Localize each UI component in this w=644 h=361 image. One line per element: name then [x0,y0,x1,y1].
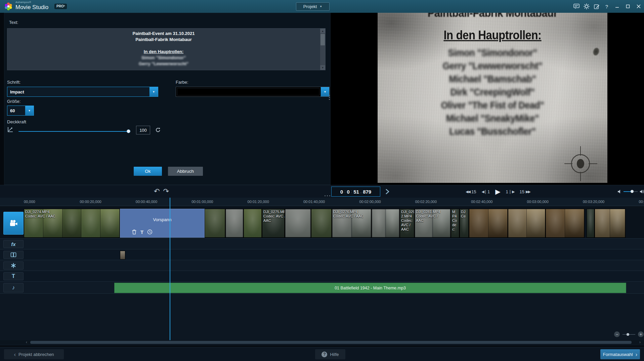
playhead[interactable] [170,198,170,340]
text-icon[interactable]: T [140,230,143,235]
track-header-audio[interactable]: ♪ [3,283,24,292]
vertical-splitter-handle[interactable] [328,95,331,100]
timecode-display[interactable]: 0:0:51,879 [331,187,380,197]
timeline-video-clip[interactable] [225,209,244,238]
color-dropdown[interactable]: ▼ [176,87,330,97]
timeline-video-clip[interactable] [285,209,311,238]
redo-button[interactable]: ↷ [163,187,169,195]
skip-back-1-button[interactable]: ◀| 1 [481,189,490,194]
project-menu-button[interactable]: Projekt ▼ [296,2,330,11]
skip-forward-15-button[interactable]: 15 ▶▶ [519,189,530,194]
trash-icon[interactable] [132,229,137,235]
skip-forward-1-label: 1 [506,189,508,194]
track-header-objects[interactable] [3,262,24,270]
timeline-video-clip[interactable]: DJI_0281.MP4 Codec: AVC / AAC [415,209,451,238]
scroll-left-icon[interactable]: ‹ [24,340,29,345]
minimize-button[interactable] [612,0,622,13]
volume-slider[interactable] [624,191,638,192]
chevron-down-icon: ▼ [28,109,31,112]
title-text-area[interactable]: Paintball-Event am 31.10.2021Paintball-F… [7,28,326,70]
timeline-scrollbar[interactable]: ‹ › [0,340,644,345]
timeline-video-clip[interactable] [595,209,626,238]
help-bar-button[interactable]: ? Hilfe [315,349,345,359]
scroll-up-icon[interactable]: ▴ [320,29,325,33]
zoom-slider[interactable] [622,334,635,335]
timeline-video-clip[interactable] [469,209,508,238]
timecode-value: 51 [353,189,359,195]
skip-back-15-label: 15 [471,189,476,194]
color-label: Farbe: [176,80,188,85]
opacity-slider-handle[interactable] [127,129,130,133]
timeline-video-clip[interactable]: DJI_0275.MP4 Codec: AVC / AAC [262,209,285,238]
zoom-slider-handle[interactable] [627,333,629,336]
zoom-out-button[interactable]: − [614,331,620,337]
frame-forward-icon: ▶ [512,190,514,194]
color-swatch [177,88,319,95]
timeline-video-clip[interactable] [205,209,225,238]
volume-slider-handle[interactable] [631,190,634,193]
clip-thumbnail [226,209,243,237]
reset-icon[interactable] [155,127,161,133]
timeline-title-clip[interactable]: VorspannT [120,209,205,238]
scroll-down-icon[interactable]: ▾ [320,65,325,70]
help-button[interactable]: ? [602,0,612,13]
timeline-video-clip[interactable] [508,209,546,238]
font-dropdown[interactable]: Impact ▼ [7,87,158,97]
settings-button[interactable] [582,0,592,13]
clip-label: DJI_0275.MP4 Codec: AVC / AAC [263,210,285,223]
track-header-video[interactable] [3,212,24,235]
close-button[interactable] [633,0,644,13]
brand-small-label: Ashampoo® [15,1,48,4]
edit-note-button[interactable] [592,0,602,13]
timeline-video-clip[interactable] [587,209,595,238]
clip-thumbnail [62,209,82,237]
textarea-line: In den Hauptrollen: [7,49,320,55]
chevron-down-icon: ▼ [153,90,155,93]
timeline-video-clip[interactable] [372,209,400,238]
skip-back-15-button[interactable]: ◀◀ 15 [466,189,476,194]
track-header-text[interactable]: T [3,272,24,280]
feedback-button[interactable] [571,0,582,13]
timeline-video-clip[interactable] [546,209,585,238]
horizontal-splitter-handle[interactable] [325,195,330,196]
play-button[interactable]: ▶ [495,188,500,196]
opacity-slider[interactable] [18,131,129,132]
undo-button[interactable]: ↶ [154,187,160,195]
size-dropdown-button[interactable]: ▼ [25,106,34,115]
scrollbar-thumb[interactable] [320,34,325,45]
timeline-video-clip[interactable] [311,209,332,238]
timeline-video-clip[interactable]: DJI_0274.MP4 Codec: AVC / AAC [24,209,120,238]
timeline-video-clip[interactable]: M P4 Co de c: [451,209,460,238]
maximize-icon [626,4,630,8]
clock-icon[interactable] [147,229,153,235]
timeline-video-clip[interactable]: DJ Ce [460,209,469,238]
help-icon: ? [605,4,608,9]
volume-control[interactable] [617,185,644,198]
clip-thumbnail [311,209,332,237]
track-header-transitions[interactable] [3,251,24,259]
audio-clip[interactable]: 01 Battlefield 1942 - Main Theme.mp3 [114,283,626,293]
cancel-button[interactable]: Abbruch [168,167,203,176]
maximize-button[interactable] [622,0,633,13]
textarea-scrollbar[interactable]: ▴ ▾ [320,29,325,70]
step-forward-button[interactable] [385,188,390,195]
timeline-video-clip[interactable] [244,209,262,238]
format-select-button[interactable]: Formatauswahl › [600,349,640,359]
skip-forward-1-button[interactable]: 1 |▶ [506,189,514,194]
clip-thumbnail [244,209,262,237]
zoom-in-button[interactable]: + [638,331,644,337]
ok-button[interactable]: Ok [134,167,162,176]
font-dropdown-button[interactable]: ▼ [149,87,158,96]
close-icon [637,4,641,8]
timeline-scrollbar-thumb[interactable] [30,341,632,344]
track-header-effects[interactable]: fx [3,240,24,248]
cancel-project-button[interactable]: ‹ Projekt abbrechen [4,349,64,359]
timeline-video-clip[interactable]: DJI_0276.MP4 Codec: AVC / AAC [332,209,372,238]
size-dropdown[interactable]: 60 ▼ [7,106,34,116]
timeline-video-clip[interactable]: DJI_029 2.MP4 Codec: AVC / AAC [400,209,415,238]
speaker-low-icon [617,189,621,194]
opacity-value-input[interactable] [136,126,150,134]
opacity-label: Deckkraft [7,119,26,124]
gear-icon [584,3,590,9]
scroll-right-icon[interactable]: › [637,340,643,345]
